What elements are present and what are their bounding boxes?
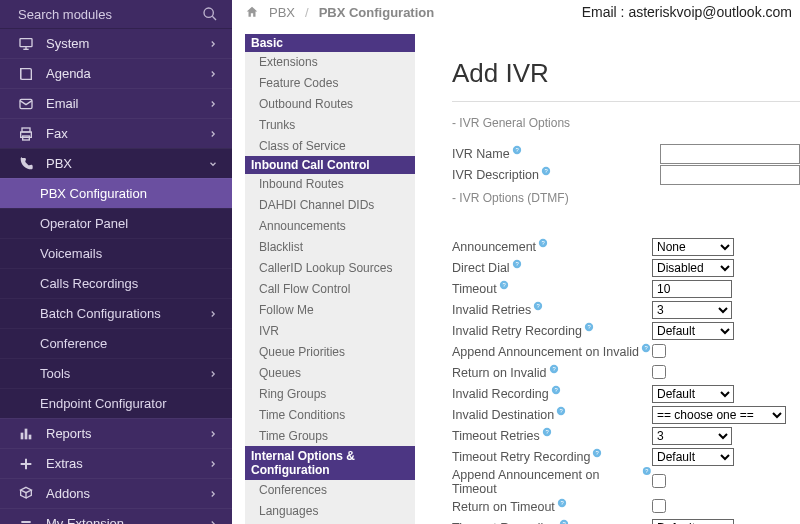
nav-my-extension[interactable]: My Extension <box>0 508 232 524</box>
sub-label: Calls Recordings <box>40 276 138 291</box>
sub-label: Conference <box>40 336 107 351</box>
help-icon[interactable]: ? <box>549 364 559 374</box>
help-icon[interactable]: ? <box>556 406 566 416</box>
pbx-leaf[interactable]: Call Flow Control <box>245 278 415 299</box>
field-label: Append Announcement on Invalid <box>452 345 639 359</box>
nav-label: Addons <box>46 486 208 501</box>
nav-addons[interactable]: Addons <box>0 478 232 508</box>
nav-pbx[interactable]: PBX <box>0 148 232 178</box>
sub-voicemails[interactable]: Voicemails <box>0 238 232 268</box>
pbx-leaf[interactable]: Follow Me <box>245 299 415 320</box>
nav-reports[interactable]: Reports <box>0 418 232 448</box>
pbx-leaf[interactable]: DAHDI Channel DIDs <box>245 194 415 215</box>
select-timeout-retries[interactable]: 3 <box>652 427 732 445</box>
cb-append-invalid[interactable] <box>652 344 666 358</box>
select-direct-dial[interactable]: Disabled <box>652 259 734 277</box>
nav-fax[interactable]: Fax <box>0 118 232 148</box>
help-icon[interactable]: ? <box>542 427 552 437</box>
select-timeout-rec[interactable]: Default <box>652 519 734 524</box>
sub-label: Endpoint Configurator <box>40 396 166 411</box>
cb-return-invalid[interactable] <box>652 365 666 379</box>
nav-label: Extras <box>46 456 208 471</box>
cb-return-timeout[interactable] <box>652 499 666 513</box>
input-timeout[interactable] <box>652 280 732 298</box>
pbx-leaf[interactable]: Conferences <box>245 480 415 500</box>
sub-operator-panel[interactable]: Operator Panel <box>0 208 232 238</box>
help-icon[interactable]: ? <box>642 466 652 476</box>
field-label: Announcement <box>452 240 536 254</box>
nav-system[interactable]: System <box>0 28 232 58</box>
pbx-leaf[interactable]: Time Groups <box>245 425 415 446</box>
select-timeout-retry-rec[interactable]: Default <box>652 448 734 466</box>
help-icon[interactable]: ? <box>592 448 602 458</box>
select-invalid-retry-rec[interactable]: Default <box>652 322 734 340</box>
nav-label: Fax <box>46 126 208 141</box>
sub-conference[interactable]: Conference <box>0 328 232 358</box>
sub-endpoint-configurator[interactable]: Endpoint Configurator <box>0 388 232 418</box>
sub-label: Operator Panel <box>40 216 128 231</box>
help-icon[interactable]: ? <box>499 280 509 290</box>
nav-agenda[interactable]: Agenda <box>0 58 232 88</box>
email-note: Email : asteriskvoip@outlook.com <box>582 4 792 20</box>
nav-label: PBX <box>46 156 208 171</box>
svg-rect-2 <box>20 38 32 46</box>
help-icon[interactable]: ? <box>641 343 651 353</box>
help-icon[interactable]: ? <box>559 519 569 524</box>
category-header: Basic <box>245 34 415 52</box>
pbx-leaf[interactable]: Time Conditions <box>245 404 415 425</box>
help-icon[interactable]: ? <box>557 498 567 508</box>
nav-label: Reports <box>46 426 208 441</box>
monitor-icon <box>18 36 34 52</box>
sidebar: System Agenda Email Fax PBX PBX Configur… <box>0 0 232 524</box>
sub-pbx-configuration[interactable]: PBX Configuration <box>0 178 232 208</box>
pbx-leaf[interactable]: Extensions <box>245 52 415 72</box>
pbx-leaf[interactable]: Class of Service <box>245 135 415 156</box>
cb-append-timeout[interactable] <box>652 474 666 488</box>
pbx-leaf[interactable]: Ring Groups <box>245 383 415 404</box>
help-icon[interactable]: ? <box>512 145 522 155</box>
pbx-leaf[interactable]: CallerID Lookup Sources <box>245 257 415 278</box>
select-invalid-retries[interactable]: 3 <box>652 301 732 319</box>
help-icon[interactable]: ? <box>551 385 561 395</box>
nav-label: My Extension <box>46 516 208 524</box>
select-invalid-rec[interactable]: Default <box>652 385 734 403</box>
field-label: Return on Timeout <box>452 500 555 514</box>
svg-line-1 <box>212 16 216 20</box>
sub-batch-configurations[interactable]: Batch Configurations <box>0 298 232 328</box>
search-row <box>0 0 232 28</box>
nav-label: System <box>46 36 208 51</box>
pbx-leaf[interactable]: Queue Priorities <box>245 341 415 362</box>
cubes-icon <box>18 486 34 502</box>
pbx-leaf[interactable]: Blacklist <box>245 236 415 257</box>
pbx-leaf[interactable]: IVR <box>245 320 415 341</box>
pbx-leaf[interactable]: Inbound Routes <box>245 174 415 194</box>
pbx-leaf[interactable]: Queues <box>245 362 415 383</box>
input-ivr-name[interactable] <box>660 144 800 164</box>
pbx-leaf[interactable]: Trunks <box>245 114 415 135</box>
pbx-leaf[interactable]: Announcements <box>245 215 415 236</box>
pbx-leaf[interactable]: Outbound Routes <box>245 93 415 114</box>
input-ivr-desc[interactable] <box>660 165 800 185</box>
phone-icon <box>18 156 34 172</box>
field-label: Direct Dial <box>452 261 510 275</box>
select-announcement[interactable]: None <box>652 238 734 256</box>
search-input[interactable] <box>18 7 202 22</box>
help-icon[interactable]: ? <box>584 322 594 332</box>
pbx-leaf[interactable]: Languages <box>245 500 415 521</box>
chevron-right-icon <box>208 369 218 379</box>
sub-tools[interactable]: Tools <box>0 358 232 388</box>
sub-label: PBX Configuration <box>40 186 147 201</box>
sub-calls-recordings[interactable]: Calls Recordings <box>0 268 232 298</box>
help-icon[interactable]: ? <box>533 301 543 311</box>
help-icon[interactable]: ? <box>512 259 522 269</box>
form-area: Add IVR - IVR General Options IVR Name? … <box>452 58 800 524</box>
pbx-leaf[interactable]: Feature Codes <box>245 72 415 93</box>
help-icon[interactable]: ? <box>541 166 551 176</box>
chevron-right-icon <box>208 129 218 139</box>
field-label: Timeout Retries <box>452 429 540 443</box>
nav-extras[interactable]: Extras <box>0 448 232 478</box>
search-icon[interactable] <box>202 6 218 22</box>
select-invalid-dest[interactable]: == choose one == <box>652 406 786 424</box>
help-icon[interactable]: ? <box>538 238 548 248</box>
nav-email[interactable]: Email <box>0 88 232 118</box>
